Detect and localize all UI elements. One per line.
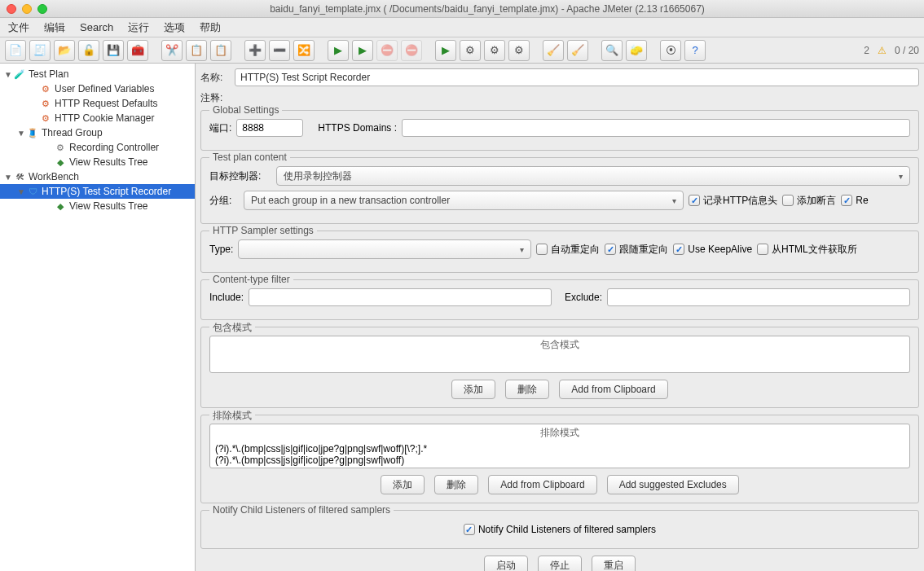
tree-thread-group[interactable]: ▼🧵Thread Group — [0, 125, 195, 140]
open-button[interactable]: 📂 — [54, 40, 75, 61]
ctfilter-legend: Content-type filter — [209, 274, 293, 285]
minimize-icon[interactable] — [22, 4, 32, 14]
restart-recorder-button[interactable]: 重启 — [592, 556, 636, 571]
close-icon[interactable] — [7, 4, 16, 14]
sampler-type-label: Type: — [209, 244, 233, 255]
menu-search[interactable]: Search — [80, 21, 113, 33]
regex-match-checkbox[interactable]: Re — [841, 195, 868, 206]
content-type-filter-fieldset: Content-type filter Include: Exclude: — [200, 279, 919, 320]
tree-view-results-tree-1[interactable]: ◆View Results Tree — [0, 155, 195, 169]
include-patterns-list[interactable]: 包含模式 — [209, 336, 910, 373]
search-button[interactable]: 🔍 — [601, 40, 623, 61]
start-button[interactable]: ▶ — [328, 40, 349, 61]
tree-workbench[interactable]: ▼🛠WorkBench — [0, 169, 195, 184]
exclude-pattern-row[interactable]: (?i).*\.(bmp|css|js|gif|ico|jpe?g|png|sw… — [215, 455, 904, 466]
clear-button[interactable]: 🧹 — [543, 40, 564, 61]
notify-legend: Notify Child Listeners of filtered sampl… — [209, 504, 394, 516]
target-controller-select[interactable]: 使用录制控制器▾ — [276, 166, 910, 186]
keepalive-checkbox[interactable]: Use KeepAlive — [673, 244, 752, 255]
exclude-pattern-row[interactable]: (?i).*\.(bmp|css|js|gif|ico|jpe?g|png|sw… — [215, 443, 904, 455]
http-sampler-settings-fieldset: HTTP Sampler settings Type: ▾ 自动重定向 跟随重定… — [200, 231, 919, 273]
stop-button[interactable]: ⛔ — [376, 40, 398, 61]
comment-label: 注释: — [200, 91, 230, 105]
port-label: 端口: — [209, 121, 231, 135]
include-patterns-legend: 包含模式 — [209, 321, 255, 335]
start-no-timers-button[interactable]: ▶ — [352, 40, 373, 61]
grouping-select[interactable]: Put each group in a new transaction cont… — [244, 191, 684, 210]
close-button[interactable]: 🔓 — [78, 40, 99, 61]
start-recorder-button[interactable]: 启动 — [484, 556, 528, 571]
sampler-type-select[interactable]: ▾ — [238, 239, 531, 259]
reset-search-button[interactable]: 🧽 — [626, 40, 647, 61]
exclude-add-button[interactable]: 添加 — [381, 475, 425, 494]
tree-recording-controller[interactable]: ⚙Recording Controller — [0, 140, 195, 155]
zoom-icon[interactable] — [37, 4, 47, 14]
target-controller-label: 目标控制器: — [209, 169, 271, 183]
include-add-button[interactable]: 添加 — [451, 380, 495, 399]
global-settings-legend: Global Settings — [209, 104, 282, 116]
tree-http-recorder[interactable]: ▼🛡HTTP(S) Test Script Recorder — [0, 184, 195, 199]
templates-button[interactable]: 🧾 — [29, 40, 51, 61]
help-button[interactable]: ? — [684, 40, 706, 61]
shutdown-button[interactable]: ⛔ — [401, 40, 422, 61]
menu-run[interactable]: 运行 — [128, 20, 149, 35]
include-input[interactable] — [249, 288, 552, 306]
expand-button[interactable]: ➕ — [244, 40, 266, 61]
stop-recorder-button[interactable]: 停止 — [538, 556, 582, 571]
exclude-clipboard-button[interactable]: Add from Clipboard — [488, 475, 596, 494]
collapse-button[interactable]: ➖ — [269, 40, 290, 61]
exclude-label: Exclude: — [565, 292, 602, 303]
include-label: Include: — [209, 292, 244, 303]
cut-button[interactable]: ✂️ — [161, 40, 183, 61]
menu-edit[interactable]: 编辑 — [44, 20, 65, 35]
remote-start-button[interactable]: ▶ — [435, 40, 456, 61]
menu-file[interactable]: 文件 — [8, 20, 29, 35]
copy-button[interactable]: 📋 — [186, 40, 207, 61]
global-settings-fieldset: Global Settings 端口: 8888 HTTPS Domains : — [200, 110, 919, 151]
tree-user-defined-variables[interactable]: ⚙User Defined Variables — [0, 81, 195, 96]
remote-shutdown-button[interactable]: ⚙ — [508, 40, 530, 61]
notify-checkbox[interactable]: Notify Child Listeners of filtered sampl… — [464, 524, 656, 535]
titlebar: baidu_fanyi_template.jmx ( /Documents/ba… — [0, 0, 924, 18]
menu-help[interactable]: 帮助 — [200, 20, 221, 35]
clear-all-button[interactable]: 🧹 — [567, 40, 588, 61]
sampler-legend: HTTP Sampler settings — [209, 225, 317, 236]
exclude-patterns-list[interactable]: 排除模式 (?i).*\.(bmp|css|js|gif|ico|jpe?g|p… — [209, 424, 910, 468]
include-delete-button[interactable]: 删除 — [505, 380, 549, 399]
include-clipboard-button[interactable]: Add from Clipboard — [559, 380, 667, 399]
warning-icon: ⚠ — [878, 45, 887, 56]
https-domains-input[interactable] — [402, 119, 910, 137]
remote-start-all-button[interactable]: ⚙ — [460, 40, 481, 61]
record-headers-checkbox[interactable]: 记录HTTP信息头 — [689, 194, 777, 208]
save-as-button[interactable]: 🧰 — [127, 40, 148, 61]
remote-stop-button[interactable]: ⚙ — [484, 40, 505, 61]
tree-test-plan[interactable]: ▼🧪Test Plan — [0, 67, 195, 81]
port-input[interactable]: 8888 — [236, 119, 303, 137]
menu-options[interactable]: 选项 — [164, 20, 185, 35]
exclude-input[interactable] — [607, 288, 910, 306]
test-plan-content-fieldset: Test plan content 目标控制器: 使用录制控制器▾ 分组: Pu… — [200, 157, 919, 224]
save-button[interactable]: 💾 — [103, 40, 124, 61]
plan-legend: Test plan content — [209, 152, 290, 163]
tree-view-results-tree-2[interactable]: ◆View Results Tree — [0, 199, 195, 213]
function-helper-button[interactable]: ⦿ — [660, 40, 681, 61]
menubar: 文件 编辑 Search 运行 选项 帮助 — [0, 18, 924, 37]
exclude-patterns-fieldset: 排除模式 排除模式 (?i).*\.(bmp|css|js|gif|ico|jp… — [200, 415, 919, 503]
notify-fieldset: Notify Child Listeners of filtered sampl… — [200, 510, 919, 549]
exclude-suggested-button[interactable]: Add suggested Excludes — [607, 475, 739, 494]
toggle-button[interactable]: 🔀 — [293, 40, 315, 61]
name-input[interactable]: HTTP(S) Test Script Recorder — [235, 68, 919, 86]
auto-redirect-checkbox[interactable]: 自动重定向 — [536, 243, 600, 257]
paste-button[interactable]: 📋 — [210, 40, 231, 61]
status-count: 2 — [864, 45, 869, 56]
tree-http-request-defaults[interactable]: ⚙HTTP Request Defaults — [0, 96, 195, 111]
retrieve-html-resources-checkbox[interactable]: 从HTML文件获取所 — [757, 243, 857, 257]
grouping-label: 分组: — [209, 194, 239, 208]
add-assertion-checkbox[interactable]: 添加断言 — [782, 194, 836, 208]
exclude-delete-button[interactable]: 删除 — [434, 475, 478, 494]
new-button[interactable]: 📄 — [5, 40, 26, 61]
follow-redirect-checkbox[interactable]: 跟随重定向 — [605, 243, 668, 257]
tree-http-cookie-manager[interactable]: ⚙HTTP Cookie Manager — [0, 111, 195, 125]
include-patterns-header: 包含模式 — [210, 336, 909, 354]
exclude-patterns-header: 排除模式 — [210, 424, 909, 441]
